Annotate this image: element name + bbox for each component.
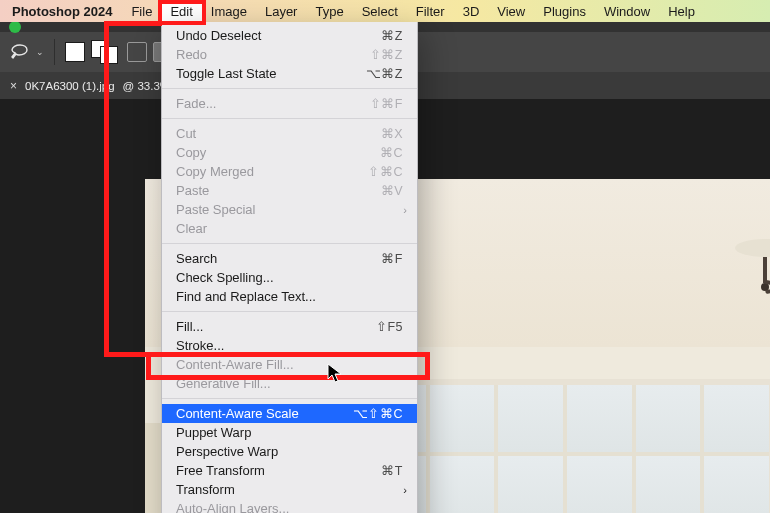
menu-item-copy-merged: Copy Merged⇧⌘C <box>162 162 417 181</box>
menu-item-label: Paste <box>176 183 381 198</box>
edit-menu-dropdown: Undo Deselect⌘ZRedo⇧⌘ZToggle Last State⌥… <box>161 22 418 513</box>
menu-item-shortcut: ⌘X <box>381 126 403 141</box>
menu-plugins[interactable]: Plugins <box>534 0 595 22</box>
menu-window[interactable]: Window <box>595 0 659 22</box>
menu-item-shortcut: ⇧F5 <box>376 319 403 334</box>
menu-item-fill[interactable]: Fill...⇧F5 <box>162 317 417 336</box>
menu-item-label: Check Spelling... <box>176 270 403 285</box>
menu-item-label: Undo Deselect <box>176 28 381 43</box>
menu-item-label: Find and Replace Text... <box>176 289 403 304</box>
menu-item-shortcut: ⌥⇧⌘C <box>353 406 403 421</box>
menu-item-shortcut: ⌥⌘Z <box>366 66 403 81</box>
menu-item-fade: Fade...⇧⌘F <box>162 94 417 113</box>
menu-item-label: Fade... <box>176 96 370 111</box>
submenu-chevron-icon: › <box>403 204 407 216</box>
selection-subtract-icon[interactable] <box>127 42 147 62</box>
menu-item-label: Auto-Align Layers... <box>176 501 403 513</box>
menu-item-label: Transform <box>176 482 403 497</box>
menu-type[interactable]: Type <box>306 0 352 22</box>
menu-item-stroke[interactable]: Stroke... <box>162 336 417 355</box>
menu-item-label: Fill... <box>176 319 376 334</box>
traffic-light-green[interactable] <box>9 21 21 33</box>
menu-item-redo: Redo⇧⌘Z <box>162 45 417 64</box>
menu-item-check-spelling[interactable]: Check Spelling... <box>162 268 417 287</box>
tool-chevron-icon[interactable]: ⌄ <box>36 47 44 57</box>
menu-item-label: Search <box>176 251 381 266</box>
close-tab-icon[interactable]: × <box>10 79 17 93</box>
menu-item-label: Cut <box>176 126 381 141</box>
menu-image[interactable]: Image <box>202 0 256 22</box>
submenu-chevron-icon: › <box>403 484 407 496</box>
menu-divider <box>162 398 417 399</box>
selection-add-icon[interactable] <box>91 40 121 64</box>
menu-item-shortcut: ⇧⌘C <box>368 164 403 179</box>
menu-item-label: Generative Fill... <box>176 376 403 391</box>
menu-item-label: Content-Aware Scale <box>176 406 353 421</box>
menu-item-free-transform[interactable]: Free Transform⌘T <box>162 461 417 480</box>
menu-item-content-aware-fill: Content-Aware Fill... <box>162 355 417 374</box>
menu-item-shortcut: ⌘V <box>381 183 403 198</box>
menu-edit[interactable]: Edit <box>161 0 201 22</box>
menu-item-shortcut: ⌘T <box>381 463 403 478</box>
menu-help[interactable]: Help <box>659 0 704 22</box>
menu-item-label: Stroke... <box>176 338 403 353</box>
menu-item-toggle-last-state[interactable]: Toggle Last State⌥⌘Z <box>162 64 417 83</box>
menu-layer[interactable]: Layer <box>256 0 307 22</box>
ceiling-fan <box>705 239 770 299</box>
menu-divider <box>162 311 417 312</box>
menu-item-label: Redo <box>176 47 370 62</box>
menu-item-auto-align-layers: Auto-Align Layers... <box>162 499 417 513</box>
menu-item-shortcut: ⌘Z <box>381 28 403 43</box>
menu-item-label: Content-Aware Fill... <box>176 357 403 372</box>
menu-item-shortcut: ⇧⌘Z <box>370 47 403 62</box>
menu-item-copy: Copy⌘C <box>162 143 417 162</box>
menu-item-label: Toggle Last State <box>176 66 366 81</box>
menu-item-label: Free Transform <box>176 463 381 478</box>
menu-item-content-aware-scale[interactable]: Content-Aware Scale⌥⇧⌘C <box>162 404 417 423</box>
menu-item-label: Puppet Warp <box>176 425 403 440</box>
lasso-tool-icon[interactable] <box>8 41 30 63</box>
document-name: 0K7A6300 (1).jpg <box>25 80 115 92</box>
menu-view[interactable]: View <box>488 0 534 22</box>
menu-file[interactable]: File <box>122 0 161 22</box>
menu-divider <box>162 118 417 119</box>
menu-item-transform[interactable]: Transform› <box>162 480 417 499</box>
menu-item-label: Copy Merged <box>176 164 368 179</box>
menu-item-search[interactable]: Search⌘F <box>162 249 417 268</box>
menu-item-shortcut: ⇧⌘F <box>370 96 403 111</box>
menu-divider <box>162 88 417 89</box>
menu-item-paste: Paste⌘V <box>162 181 417 200</box>
selection-new-icon[interactable] <box>65 42 85 62</box>
menu-item-label: Perspective Warp <box>176 444 403 459</box>
menu-select[interactable]: Select <box>353 0 407 22</box>
menu-item-find-and-replace-text[interactable]: Find and Replace Text... <box>162 287 417 306</box>
menu-3d[interactable]: 3D <box>454 0 489 22</box>
menu-item-generative-fill: Generative Fill... <box>162 374 417 393</box>
document-tab[interactable]: × 0K7A6300 (1).jpg @ 33.3% <box>0 79 180 93</box>
menu-item-label: Paste Special <box>176 202 403 217</box>
menu-item-label: Clear <box>176 221 403 236</box>
menu-item-shortcut: ⌘F <box>381 251 403 266</box>
menu-filter[interactable]: Filter <box>407 0 454 22</box>
app-name: Photoshop 2024 <box>2 4 122 19</box>
menu-item-perspective-warp[interactable]: Perspective Warp <box>162 442 417 461</box>
menu-item-undo-deselect[interactable]: Undo Deselect⌘Z <box>162 26 417 45</box>
menu-item-label: Copy <box>176 145 380 160</box>
menu-item-shortcut: ⌘C <box>380 145 403 160</box>
menu-item-clear: Clear <box>162 219 417 238</box>
mac-menubar: Photoshop 2024 File Edit Image Layer Typ… <box>0 0 770 22</box>
menu-item-paste-special: Paste Special› <box>162 200 417 219</box>
menu-item-puppet-warp[interactable]: Puppet Warp <box>162 423 417 442</box>
menu-item-cut: Cut⌘X <box>162 124 417 143</box>
menu-divider <box>162 243 417 244</box>
